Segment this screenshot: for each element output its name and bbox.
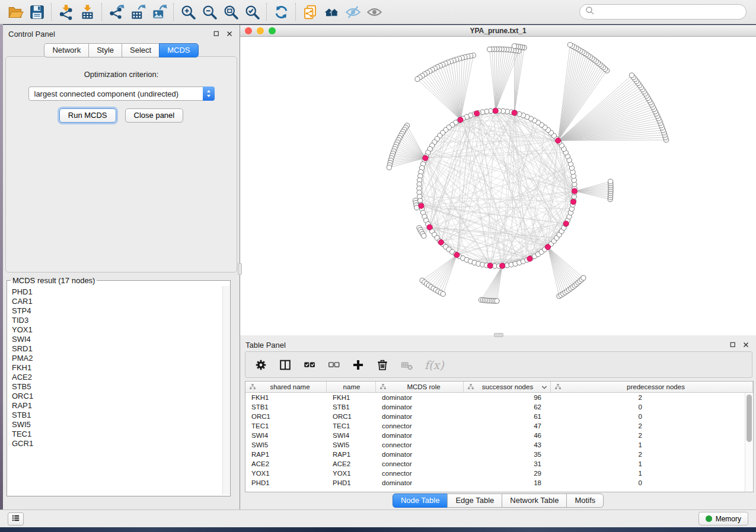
- table-toolbar-column-layout-button[interactable]: [279, 358, 292, 371]
- toolbar-button-refresh-layout[interactable]: [270, 2, 292, 22]
- table-toolbar-settings-gear-button[interactable]: [254, 358, 267, 371]
- memory-button[interactable]: Memory: [698, 512, 748, 525]
- mcds-result-item[interactable]: TEC1: [12, 430, 222, 439]
- tab-edge-table[interactable]: Edge Table: [447, 493, 502, 508]
- mcds-result-item[interactable]: FKH1: [12, 363, 222, 373]
- column-header-MCDS-role[interactable]: MCDS role: [376, 382, 464, 392]
- toolbar-button-import-network[interactable]: [55, 2, 76, 22]
- table-toolbar-deselect-all-checkboxes-button[interactable]: [327, 358, 340, 371]
- column-header-successor-nodes[interactable]: successor nodes: [464, 382, 551, 392]
- mcds-result-item[interactable]: SWI5: [12, 420, 222, 430]
- column-header-name[interactable]: name: [327, 382, 376, 392]
- close-panel-action-button[interactable]: Close panel: [125, 108, 184, 123]
- table-cell: SWI5: [245, 441, 327, 448]
- table-cell: connector: [376, 441, 464, 448]
- search-box[interactable]: [579, 4, 747, 20]
- mcds-result-item[interactable]: STP4: [12, 306, 222, 316]
- table-row[interactable]: RAP1RAP1dominator352: [245, 450, 745, 459]
- mcds-result-item[interactable]: ACE2: [12, 373, 222, 382]
- table-row[interactable]: SWI5SWI5connector431: [245, 440, 745, 450]
- mcds-result-scrollbar[interactable]: [222, 286, 229, 495]
- mcds-result-item[interactable]: TID3: [12, 316, 222, 325]
- toolbar-button-open-file[interactable]: [5, 2, 26, 22]
- table-cell: SWI4: [245, 432, 327, 439]
- toolbar-button-export-network[interactable]: [106, 2, 127, 22]
- toolbar-separator: [266, 3, 267, 21]
- table-cell: PHD1: [245, 479, 327, 486]
- vertical-splitter-grip[interactable]: [238, 263, 242, 275]
- tab-select[interactable]: Select: [122, 43, 160, 57]
- toolbar-button-zoom-in[interactable]: [177, 2, 199, 22]
- toolbar-button-zoom-selected[interactable]: [241, 2, 263, 22]
- mcds-result-list[interactable]: PHD1CAR1STP4TID3YOX1SWI4SRD1PMA2FKH1ACE2…: [8, 286, 222, 495]
- table-cell: 2: [551, 394, 652, 401]
- table-toolbar-add-column-button[interactable]: [352, 358, 365, 371]
- mcds-result-item[interactable]: PMA2: [12, 354, 222, 363]
- tree-icon: [249, 383, 256, 390]
- mcds-result-item[interactable]: STB5: [12, 382, 222, 392]
- toolbar-separator: [173, 3, 174, 21]
- toolbar-button-first-neighbors[interactable]: [321, 2, 342, 22]
- toolbar-button-zoom-out[interactable]: [199, 2, 220, 22]
- search-input[interactable]: [595, 8, 741, 16]
- table-cell: connector: [376, 470, 464, 477]
- tab-network[interactable]: Network: [44, 43, 89, 57]
- toolbar-button-import-table[interactable]: [76, 2, 98, 22]
- toolbar-button-show-all[interactable]: [363, 2, 385, 22]
- tab-motifs[interactable]: Motifs: [566, 493, 604, 508]
- mcds-result-item[interactable]: SWI4: [12, 335, 222, 344]
- table-cell: 29: [464, 470, 551, 477]
- column-header-shared-name[interactable]: shared name: [245, 382, 327, 392]
- table-row[interactable]: YOX1YOX1connector291: [245, 469, 745, 478]
- optimization-criterion-label: Optimization criterion:: [6, 70, 237, 79]
- mcds-result-item[interactable]: GCR1: [12, 439, 222, 448]
- mcds-result-item[interactable]: STB1: [12, 411, 222, 420]
- mcds-result-item[interactable]: SRD1: [12, 344, 222, 354]
- horizontal-splitter-grip[interactable]: [494, 333, 503, 337]
- network-graph[interactable]: [240, 37, 755, 335]
- criterion-select[interactable]: largest connected component (undirected): [28, 86, 215, 101]
- toolbar-button-save-session[interactable]: [26, 2, 47, 22]
- zoom-in-icon: [180, 4, 196, 20]
- mcds-result-groupbox: MCDS result (17 nodes) PHD1CAR1STP4TID3Y…: [7, 276, 231, 496]
- toolbar-button-export-image[interactable]: [148, 2, 170, 22]
- table-row[interactable]: TEC1TEC1connector472: [245, 421, 745, 431]
- tab-node-table[interactable]: Node Table: [393, 493, 448, 508]
- column-header-predecessor-nodes[interactable]: predecessor nodes: [551, 382, 753, 392]
- mcds-result-item[interactable]: RAP1: [12, 401, 222, 411]
- table-toolbar-delete-column-button[interactable]: [376, 358, 389, 371]
- mcds-result-item[interactable]: YOX1: [12, 325, 222, 335]
- node-table-scrollbar[interactable]: [745, 393, 753, 492]
- table-cell: dominator: [376, 479, 464, 486]
- tab-style[interactable]: Style: [88, 43, 122, 57]
- tab-mcds[interactable]: MCDS: [159, 43, 198, 57]
- toolbar-button-hide-selected[interactable]: [342, 2, 363, 22]
- tab-network-table[interactable]: Network Table: [502, 493, 567, 508]
- run-mcds-button[interactable]: Run MCDS: [59, 108, 116, 123]
- float-table-panel-button[interactable]: [728, 341, 737, 350]
- toolbar-button-zoom-fit[interactable]: [220, 2, 241, 22]
- table-row[interactable]: PHD1PHD1dominator180: [245, 478, 745, 488]
- toolbar-button-export-table[interactable]: [127, 2, 148, 22]
- table-row[interactable]: ORC1ORC1dominator610: [245, 412, 745, 421]
- mcds-result-item[interactable]: PHD1: [12, 287, 222, 297]
- close-table-panel-button[interactable]: [741, 341, 750, 350]
- table-row[interactable]: FKH1FKH1dominator962: [245, 393, 745, 402]
- mcds-result-item[interactable]: CAR1: [12, 297, 222, 306]
- scrollbar-thumb[interactable]: [747, 395, 752, 442]
- table-row[interactable]: STB1STB1dominator620: [245, 402, 745, 412]
- table-toolbar-select-all-checkboxes-button[interactable]: [303, 358, 316, 371]
- task-history-button[interactable]: [8, 512, 24, 525]
- table-cell: ACE2: [327, 460, 376, 467]
- float-panel-button[interactable]: [212, 30, 221, 39]
- mcds-result-item[interactable]: ORC1: [12, 392, 222, 401]
- network-canvas[interactable]: [240, 37, 755, 335]
- close-panel-button[interactable]: [225, 30, 234, 39]
- table-row[interactable]: ACE2ACE2connector311: [245, 459, 745, 469]
- toolbar-button-duplicate-network[interactable]: [299, 2, 321, 22]
- table-cell: YOX1: [245, 470, 327, 477]
- sort-desc-icon: [541, 384, 548, 390]
- table-row[interactable]: SWI4SWI4dominator462: [245, 431, 745, 440]
- table-cell: ORC1: [327, 413, 376, 420]
- network-window-titlebar[interactable]: YPA_prune.txt_1: [240, 25, 756, 37]
